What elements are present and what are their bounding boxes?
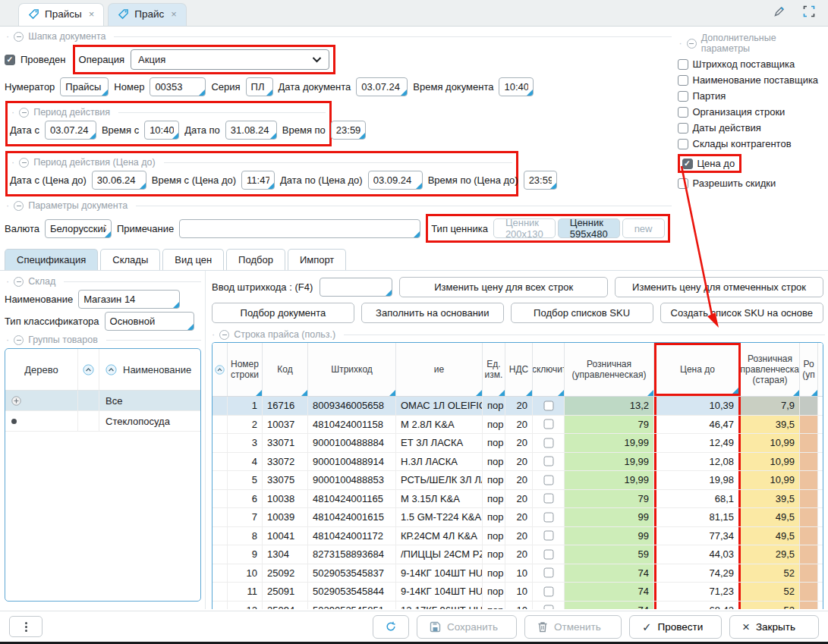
exclude-checkbox[interactable] bbox=[543, 438, 553, 448]
checkbox[interactable] bbox=[682, 159, 693, 169]
grid-col-retail[interactable]: Розничная (управленческая) bbox=[565, 343, 654, 396]
barcode-entry-input[interactable] bbox=[325, 281, 387, 293]
collapse-icon[interactable] bbox=[14, 277, 24, 287]
doc-header-field[interactable] bbox=[246, 77, 273, 96]
grid-col-barcode[interactable]: Штрихкод bbox=[308, 343, 396, 396]
exclude-checkbox[interactable] bbox=[543, 419, 553, 429]
exclude-checkbox[interactable] bbox=[543, 475, 553, 485]
collapse-icon[interactable] bbox=[219, 330, 229, 340]
grid-row[interactable]: 6100384810424001165М 3.15Л K&Aпор207968,… bbox=[213, 490, 823, 509]
close-icon[interactable]: × bbox=[89, 8, 95, 20]
doc-header-field[interactable] bbox=[150, 77, 206, 96]
exclude-checkbox[interactable] bbox=[543, 512, 553, 522]
post-button[interactable]: ✓ Провести bbox=[629, 615, 722, 639]
period-price-to-input[interactable] bbox=[373, 174, 417, 186]
view-tab[interactable]: Подбор bbox=[226, 249, 285, 270]
exclude-checkbox[interactable] bbox=[543, 494, 553, 504]
period-field[interactable] bbox=[331, 121, 366, 140]
tab-price[interactable]: Прайс × bbox=[108, 3, 187, 26]
grid-cell-excl[interactable] bbox=[533, 490, 565, 508]
doc-header-field[interactable] bbox=[499, 77, 534, 96]
period-input[interactable] bbox=[50, 124, 91, 136]
classifier-input[interactable] bbox=[110, 316, 189, 327]
goods-group-row[interactable]: Стеклопосуда bbox=[5, 411, 200, 432]
grid-col-name[interactable]: ие bbox=[396, 343, 483, 396]
selection-button[interactable]: Заполнить на основании bbox=[361, 303, 504, 323]
period-price-to-input[interactable] bbox=[97, 174, 141, 186]
view-tab[interactable]: Импорт bbox=[288, 249, 346, 270]
grid-cell-excl[interactable] bbox=[533, 583, 565, 601]
grid-cell-excl[interactable] bbox=[533, 527, 565, 545]
grid-row[interactable]: 5330759000100488853РСТЬ/ШЕЛК 3Л ЛАСпор20… bbox=[213, 471, 823, 490]
currency-field[interactable] bbox=[45, 219, 112, 238]
selection-button[interactable]: Создать список SKU на основе bbox=[660, 303, 823, 323]
cancel-button[interactable]: Отменить bbox=[524, 615, 622, 639]
doc-header-input[interactable] bbox=[361, 81, 402, 93]
period-input[interactable] bbox=[231, 124, 272, 136]
exclude-checkbox[interactable] bbox=[543, 586, 553, 596]
doc-header-field[interactable] bbox=[356, 77, 408, 96]
period-price-to-field[interactable] bbox=[368, 171, 423, 190]
checkbox[interactable] bbox=[678, 75, 688, 86]
doc-header-input[interactable] bbox=[155, 81, 200, 93]
checkbox[interactable] bbox=[678, 178, 688, 189]
goods-col-name[interactable]: Наименование bbox=[99, 349, 200, 390]
extra-param-row[interactable]: Партия bbox=[678, 90, 823, 102]
period-price-to-field[interactable] bbox=[241, 171, 275, 190]
tree-cell[interactable] bbox=[5, 411, 78, 431]
selection-button[interactable]: Подбор списков SKU bbox=[511, 303, 653, 323]
warehouse-name-input[interactable] bbox=[83, 294, 175, 305]
grid-row[interactable]: 102509250290535458379-14КГ 104ШТ HUGпор1… bbox=[213, 564, 823, 583]
grid-row[interactable]: 3330719000100488884ЕТ 3Л ЛАСКАпор2019,99… bbox=[213, 434, 823, 453]
posted-checkbox[interactable] bbox=[5, 55, 15, 65]
period-price-to-field[interactable] bbox=[92, 171, 146, 190]
doc-header-input[interactable] bbox=[251, 81, 268, 93]
price-tag-option[interactable]: Ценник 595x480 bbox=[558, 218, 620, 238]
goods-col-tree[interactable]: Дерево bbox=[5, 349, 78, 390]
note-field[interactable] bbox=[179, 219, 420, 238]
grid-col-num[interactable]: Номер строки bbox=[228, 343, 263, 396]
goods-group-row[interactable]: Все bbox=[5, 391, 200, 411]
checkbox[interactable] bbox=[678, 123, 688, 134]
grid-cell-excl[interactable] bbox=[533, 416, 565, 434]
note-input[interactable] bbox=[184, 223, 415, 234]
grid-row[interactable]: 913048273158893684/ПИЦЦЫ 24СМ PZпор20594… bbox=[213, 545, 823, 564]
period-field[interactable] bbox=[144, 121, 179, 140]
period-field[interactable] bbox=[45, 121, 96, 140]
grid-cell-excl[interactable] bbox=[533, 508, 565, 526]
selection-button[interactable]: Подбор документа bbox=[212, 303, 354, 323]
extra-param-row[interactable]: Цена до bbox=[678, 154, 742, 173]
period-field[interactable] bbox=[225, 121, 277, 140]
fullscreen-icon[interactable] bbox=[802, 5, 816, 18]
view-tab[interactable]: Спецификация bbox=[5, 249, 98, 270]
period-price-to-input[interactable] bbox=[529, 174, 552, 186]
grid-cell-excl[interactable] bbox=[533, 434, 565, 452]
checkbox[interactable] bbox=[678, 59, 688, 70]
save-button[interactable]: Сохранить bbox=[417, 615, 517, 639]
refresh-button[interactable] bbox=[373, 615, 409, 639]
extra-param-row[interactable]: Склады контрагентов bbox=[678, 138, 823, 149]
grid-col-retail_old[interactable]: Розничная (управленческая) (старая) bbox=[741, 343, 800, 396]
period-input[interactable] bbox=[336, 124, 360, 136]
grid-col-sort[interactable] bbox=[213, 343, 228, 396]
checkbox[interactable] bbox=[678, 91, 688, 102]
close-icon[interactable]: × bbox=[171, 8, 177, 20]
grid-cell-excl[interactable] bbox=[533, 602, 565, 610]
grid-row[interactable]: 4330729000100488914Н.3Л ЛАСКАпор2019,991… bbox=[213, 453, 823, 472]
grid-col-code[interactable]: Код bbox=[263, 343, 308, 396]
exclude-checkbox[interactable] bbox=[543, 549, 553, 559]
doc-header-input[interactable] bbox=[504, 81, 528, 93]
extra-param-row[interactable]: Организация строки bbox=[678, 106, 823, 118]
warehouse-name-field[interactable] bbox=[78, 290, 180, 309]
grid-row[interactable]: 1225094502905354585113-17КГ 96ШТ HUGпор1… bbox=[213, 602, 823, 610]
change-price-button[interactable]: Изменить цену для всех строк bbox=[399, 277, 608, 297]
extra-param-row[interactable]: Наименование поставщика bbox=[678, 74, 823, 86]
period-price-to-field[interactable] bbox=[524, 171, 557, 190]
grid-cell-excl[interactable] bbox=[533, 545, 565, 564]
exclude-checkbox[interactable] bbox=[543, 568, 553, 578]
view-tab[interactable]: Вид цен bbox=[162, 249, 224, 270]
classifier-field[interactable] bbox=[105, 312, 194, 331]
tab-pricelists[interactable]: Прайсы × bbox=[18, 3, 104, 26]
change-price-button[interactable]: Изменить цену для отмеченных строк bbox=[615, 277, 823, 297]
barcode-entry-field[interactable] bbox=[320, 278, 392, 297]
